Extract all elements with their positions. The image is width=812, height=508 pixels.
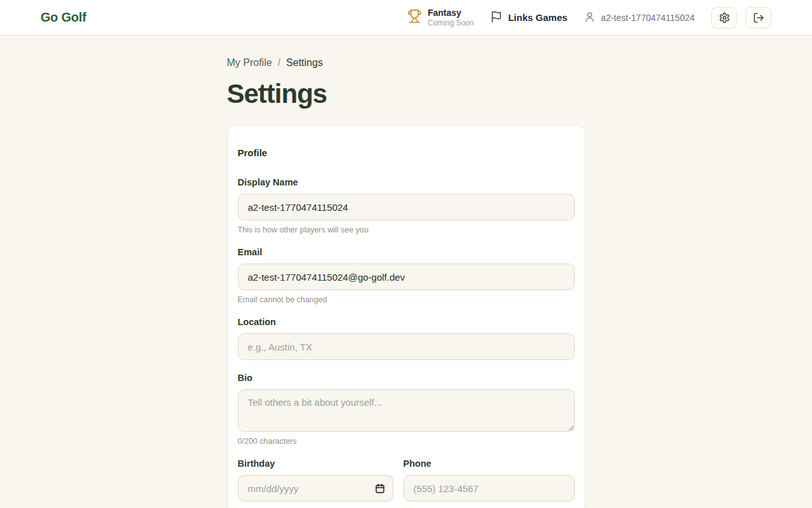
settings-button[interactable] [711,7,737,29]
nav-item-fantasy: Fantasy Coming Soon [407,8,474,27]
nav-user-chip: a2-test-1770474115024 [584,11,695,25]
bio-label: Bio [238,373,575,383]
trophy-icon [407,9,422,26]
bio-textarea[interactable] [238,389,575,432]
nav-fantasy-label: Fantasy [428,8,474,18]
phone-label: Phone [403,458,575,469]
main-content: My Profile / Settings Settings Profile D… [227,36,586,508]
location-label: Location [238,317,575,327]
email-label: Email [238,247,575,257]
person-icon [584,11,596,25]
location-input[interactable] [238,333,575,360]
birthday-group: Birthday [238,458,393,502]
breadcrumb: My Profile / Settings [227,57,586,69]
birthday-phone-row: Birthday Phone [238,458,575,502]
display-name-group: Display Name This is how other players w… [238,177,575,234]
phone-input[interactable] [403,475,575,502]
nav-username: a2-test-1770474115024 [601,13,695,23]
nav-item-links-games[interactable]: Links Games [490,11,567,25]
breadcrumb-my-profile[interactable]: My Profile [227,57,272,69]
logout-button[interactable] [745,7,771,29]
email-helper: Email cannot be changed [238,295,575,304]
location-group: Location [238,317,575,360]
navbar-buttons [711,7,771,29]
app-logo[interactable]: Go Golf [41,10,86,25]
flag-icon [490,11,502,25]
nav-fantasy-text: Fantasy Coming Soon [428,8,474,27]
nav-fantasy-status: Coming Soon [428,18,474,27]
nav-links-games-label: Links Games [508,12,567,23]
page-title: Settings [227,79,586,109]
phone-group: Phone [403,458,575,502]
display-name-label: Display Name [238,177,575,187]
top-navbar: Go Golf Fantasy Coming Soon [0,0,812,36]
breadcrumb-current: Settings [286,57,323,69]
breadcrumb-separator: / [278,57,280,69]
calendar-icon[interactable] [375,483,385,493]
birthday-label: Birthday [238,458,393,469]
bio-character-counter: 0/200 characters [238,437,575,446]
display-name-input[interactable] [238,194,575,220]
email-group: Email Email cannot be changed [238,247,575,304]
profile-card: Profile Display Name This is how other p… [227,125,586,508]
profile-card-heading: Profile [238,147,575,158]
email-field[interactable] [238,264,575,290]
navbar-right: Fantasy Coming Soon Links Games a2-test-… [407,7,771,29]
birthday-field-wrap [238,475,393,502]
logout-icon [753,12,764,23]
bio-group: Bio 0/200 characters [238,373,575,446]
gear-icon [719,12,730,23]
display-name-helper: This is how other players will see you [238,225,575,234]
birthday-input[interactable] [238,475,393,502]
